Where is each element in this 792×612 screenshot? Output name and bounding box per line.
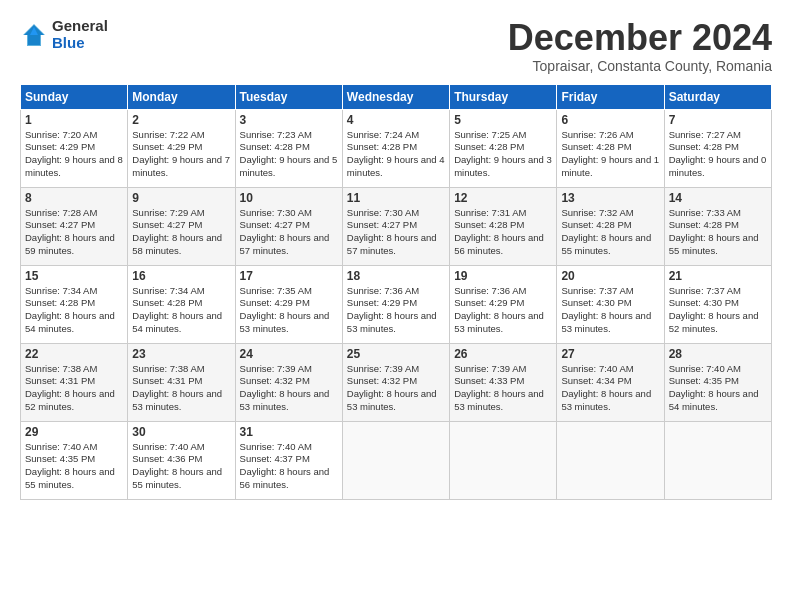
day-number: 8 xyxy=(25,191,123,205)
day-number: 6 xyxy=(561,113,659,127)
calendar-week-2: 8 Sunrise: 7:28 AM Sunset: 4:27 PM Dayli… xyxy=(21,187,772,265)
day-number: 16 xyxy=(132,269,230,283)
day-number: 12 xyxy=(454,191,552,205)
cell-info: Sunrise: 7:39 AM Sunset: 4:32 PM Dayligh… xyxy=(240,363,338,414)
day-number: 25 xyxy=(347,347,445,361)
cell-info: Sunrise: 7:29 AM Sunset: 4:27 PM Dayligh… xyxy=(132,207,230,258)
cell-info: Sunrise: 7:38 AM Sunset: 4:31 PM Dayligh… xyxy=(25,363,123,414)
location-title: Topraisar, Constanta County, Romania xyxy=(508,58,772,74)
col-tuesday: Tuesday xyxy=(235,84,342,109)
calendar-cell: 26 Sunrise: 7:39 AM Sunset: 4:33 PM Dayl… xyxy=(450,343,557,421)
calendar-cell: 13 Sunrise: 7:32 AM Sunset: 4:28 PM Dayl… xyxy=(557,187,664,265)
day-number: 23 xyxy=(132,347,230,361)
cell-info: Sunrise: 7:40 AM Sunset: 4:34 PM Dayligh… xyxy=(561,363,659,414)
cell-info: Sunrise: 7:24 AM Sunset: 4:28 PM Dayligh… xyxy=(347,129,445,180)
logo-blue: Blue xyxy=(52,35,108,52)
col-friday: Friday xyxy=(557,84,664,109)
cell-info: Sunrise: 7:34 AM Sunset: 4:28 PM Dayligh… xyxy=(132,285,230,336)
calendar-cell: 2 Sunrise: 7:22 AM Sunset: 4:29 PM Dayli… xyxy=(128,109,235,187)
day-number: 18 xyxy=(347,269,445,283)
calendar-table: Sunday Monday Tuesday Wednesday Thursday… xyxy=(20,84,772,500)
cell-info: Sunrise: 7:40 AM Sunset: 4:35 PM Dayligh… xyxy=(25,441,123,492)
day-number: 5 xyxy=(454,113,552,127)
calendar-cell: 23 Sunrise: 7:38 AM Sunset: 4:31 PM Dayl… xyxy=(128,343,235,421)
calendar-week-5: 29 Sunrise: 7:40 AM Sunset: 4:35 PM Dayl… xyxy=(21,421,772,499)
col-saturday: Saturday xyxy=(664,84,771,109)
day-number: 20 xyxy=(561,269,659,283)
day-number: 17 xyxy=(240,269,338,283)
cell-info: Sunrise: 7:36 AM Sunset: 4:29 PM Dayligh… xyxy=(454,285,552,336)
day-number: 22 xyxy=(25,347,123,361)
header-row: General Blue December 2024 Topraisar, Co… xyxy=(20,18,772,74)
cell-info: Sunrise: 7:40 AM Sunset: 4:35 PM Dayligh… xyxy=(669,363,767,414)
col-sunday: Sunday xyxy=(21,84,128,109)
day-number: 29 xyxy=(25,425,123,439)
day-number: 2 xyxy=(132,113,230,127)
calendar-cell: 9 Sunrise: 7:29 AM Sunset: 4:27 PM Dayli… xyxy=(128,187,235,265)
calendar-cell: 11 Sunrise: 7:30 AM Sunset: 4:27 PM Dayl… xyxy=(342,187,449,265)
calendar-cell: 8 Sunrise: 7:28 AM Sunset: 4:27 PM Dayli… xyxy=(21,187,128,265)
cell-info: Sunrise: 7:26 AM Sunset: 4:28 PM Dayligh… xyxy=(561,129,659,180)
col-wednesday: Wednesday xyxy=(342,84,449,109)
cell-info: Sunrise: 7:20 AM Sunset: 4:29 PM Dayligh… xyxy=(25,129,123,180)
day-number: 11 xyxy=(347,191,445,205)
calendar-cell: 27 Sunrise: 7:40 AM Sunset: 4:34 PM Dayl… xyxy=(557,343,664,421)
calendar-cell: 19 Sunrise: 7:36 AM Sunset: 4:29 PM Dayl… xyxy=(450,265,557,343)
day-number: 9 xyxy=(132,191,230,205)
calendar-cell: 22 Sunrise: 7:38 AM Sunset: 4:31 PM Dayl… xyxy=(21,343,128,421)
cell-info: Sunrise: 7:33 AM Sunset: 4:28 PM Dayligh… xyxy=(669,207,767,258)
calendar-cell: 3 Sunrise: 7:23 AM Sunset: 4:28 PM Dayli… xyxy=(235,109,342,187)
logo: General Blue xyxy=(20,18,108,51)
calendar-cell: 30 Sunrise: 7:40 AM Sunset: 4:36 PM Dayl… xyxy=(128,421,235,499)
day-number: 21 xyxy=(669,269,767,283)
logo-general: General xyxy=(52,18,108,35)
page-container: General Blue December 2024 Topraisar, Co… xyxy=(0,0,792,510)
day-number: 1 xyxy=(25,113,123,127)
cell-info: Sunrise: 7:32 AM Sunset: 4:28 PM Dayligh… xyxy=(561,207,659,258)
month-title: December 2024 xyxy=(508,18,772,58)
calendar-cell xyxy=(557,421,664,499)
cell-info: Sunrise: 7:35 AM Sunset: 4:29 PM Dayligh… xyxy=(240,285,338,336)
calendar-cell: 28 Sunrise: 7:40 AM Sunset: 4:35 PM Dayl… xyxy=(664,343,771,421)
day-number: 24 xyxy=(240,347,338,361)
day-number: 10 xyxy=(240,191,338,205)
calendar-cell: 31 Sunrise: 7:40 AM Sunset: 4:37 PM Dayl… xyxy=(235,421,342,499)
calendar-cell: 10 Sunrise: 7:30 AM Sunset: 4:27 PM Dayl… xyxy=(235,187,342,265)
cell-info: Sunrise: 7:37 AM Sunset: 4:30 PM Dayligh… xyxy=(669,285,767,336)
day-number: 3 xyxy=(240,113,338,127)
day-number: 15 xyxy=(25,269,123,283)
day-number: 30 xyxy=(132,425,230,439)
cell-info: Sunrise: 7:40 AM Sunset: 4:37 PM Dayligh… xyxy=(240,441,338,492)
calendar-cell: 21 Sunrise: 7:37 AM Sunset: 4:30 PM Dayl… xyxy=(664,265,771,343)
logo-icon xyxy=(20,21,48,49)
calendar-cell: 24 Sunrise: 7:39 AM Sunset: 4:32 PM Dayl… xyxy=(235,343,342,421)
cell-info: Sunrise: 7:36 AM Sunset: 4:29 PM Dayligh… xyxy=(347,285,445,336)
cell-info: Sunrise: 7:40 AM Sunset: 4:36 PM Dayligh… xyxy=(132,441,230,492)
calendar-cell: 18 Sunrise: 7:36 AM Sunset: 4:29 PM Dayl… xyxy=(342,265,449,343)
calendar-week-1: 1 Sunrise: 7:20 AM Sunset: 4:29 PM Dayli… xyxy=(21,109,772,187)
calendar-cell: 4 Sunrise: 7:24 AM Sunset: 4:28 PM Dayli… xyxy=(342,109,449,187)
calendar-week-4: 22 Sunrise: 7:38 AM Sunset: 4:31 PM Dayl… xyxy=(21,343,772,421)
day-number: 14 xyxy=(669,191,767,205)
cell-info: Sunrise: 7:30 AM Sunset: 4:27 PM Dayligh… xyxy=(347,207,445,258)
day-number: 4 xyxy=(347,113,445,127)
title-block: December 2024 Topraisar, Constanta Count… xyxy=(508,18,772,74)
cell-info: Sunrise: 7:22 AM Sunset: 4:29 PM Dayligh… xyxy=(132,129,230,180)
calendar-cell xyxy=(342,421,449,499)
calendar-cell: 14 Sunrise: 7:33 AM Sunset: 4:28 PM Dayl… xyxy=(664,187,771,265)
calendar-cell: 1 Sunrise: 7:20 AM Sunset: 4:29 PM Dayli… xyxy=(21,109,128,187)
cell-info: Sunrise: 7:39 AM Sunset: 4:33 PM Dayligh… xyxy=(454,363,552,414)
cell-info: Sunrise: 7:23 AM Sunset: 4:28 PM Dayligh… xyxy=(240,129,338,180)
day-number: 19 xyxy=(454,269,552,283)
calendar-cell: 16 Sunrise: 7:34 AM Sunset: 4:28 PM Dayl… xyxy=(128,265,235,343)
cell-info: Sunrise: 7:31 AM Sunset: 4:28 PM Dayligh… xyxy=(454,207,552,258)
day-number: 26 xyxy=(454,347,552,361)
calendar-cell: 7 Sunrise: 7:27 AM Sunset: 4:28 PM Dayli… xyxy=(664,109,771,187)
calendar-cell: 17 Sunrise: 7:35 AM Sunset: 4:29 PM Dayl… xyxy=(235,265,342,343)
calendar-cell: 5 Sunrise: 7:25 AM Sunset: 4:28 PM Dayli… xyxy=(450,109,557,187)
cell-info: Sunrise: 7:27 AM Sunset: 4:28 PM Dayligh… xyxy=(669,129,767,180)
cell-info: Sunrise: 7:34 AM Sunset: 4:28 PM Dayligh… xyxy=(25,285,123,336)
calendar-cell xyxy=(450,421,557,499)
cell-info: Sunrise: 7:30 AM Sunset: 4:27 PM Dayligh… xyxy=(240,207,338,258)
calendar-cell: 29 Sunrise: 7:40 AM Sunset: 4:35 PM Dayl… xyxy=(21,421,128,499)
